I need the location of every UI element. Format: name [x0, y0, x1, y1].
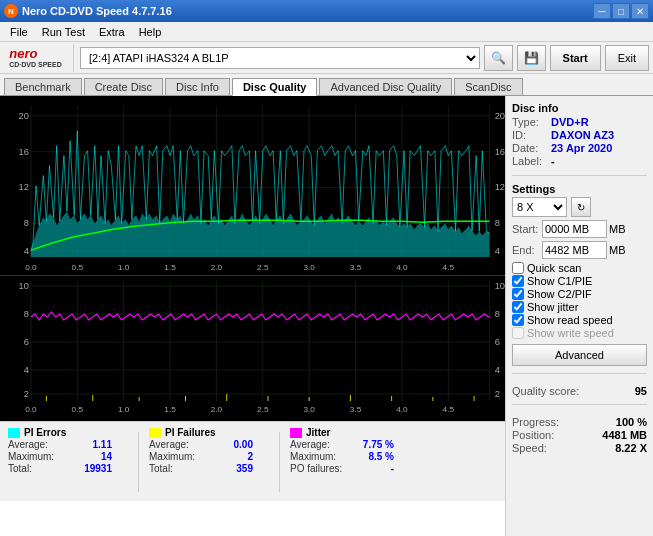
jitter-avg-value: 7.75 % — [363, 439, 394, 450]
disc-label-label: Label: — [512, 155, 547, 167]
svg-text:0.5: 0.5 — [72, 263, 84, 272]
progress-value: 100 % — [616, 416, 647, 428]
show-read-label: Show read speed — [527, 314, 613, 326]
save-button[interactable]: 💾 — [517, 45, 546, 71]
bottom-stats: PI Errors Average: 1.11 Maximum: 14 Tota… — [0, 421, 505, 501]
tab-scan-disc[interactable]: ScanDisc — [454, 78, 522, 95]
svg-text:4.0: 4.0 — [396, 405, 408, 414]
menu-help[interactable]: Help — [133, 24, 168, 40]
svg-text:1.5: 1.5 — [164, 405, 176, 414]
advanced-button[interactable]: Advanced — [512, 344, 647, 366]
svg-text:4: 4 — [495, 246, 500, 256]
svg-text:4.5: 4.5 — [443, 405, 455, 414]
show-c1pie-label: Show C1/PIE — [527, 275, 592, 287]
svg-text:2.5: 2.5 — [257, 263, 269, 272]
svg-text:8: 8 — [495, 309, 500, 319]
settings-title: Settings — [512, 183, 647, 195]
svg-text:4: 4 — [24, 365, 29, 375]
chart-bottom-svg: 10 8 6 4 2 10 8 6 4 2 — [0, 276, 505, 421]
menu-extra[interactable]: Extra — [93, 24, 131, 40]
divider-quality — [512, 373, 647, 374]
pi-errors-max-value: 14 — [101, 451, 112, 462]
progress-section: Progress: 100 % Position: 4481 MB Speed:… — [512, 416, 647, 455]
start-mb-input[interactable] — [542, 220, 607, 238]
close-button[interactable]: ✕ — [631, 3, 649, 19]
tab-benchmark[interactable]: Benchmark — [4, 78, 82, 95]
menu-bar: File Run Test Extra Help — [0, 22, 653, 42]
pi-errors-avg-value: 1.11 — [93, 439, 112, 450]
end-mb-input[interactable] — [542, 241, 607, 259]
refresh-speed-button[interactable]: ↻ — [571, 197, 591, 217]
jitter-stats: Jitter Average: 7.75 % Maximum: 8.5 % PO… — [290, 427, 410, 474]
svg-text:4: 4 — [24, 246, 29, 256]
svg-text:8: 8 — [24, 309, 29, 319]
svg-text:3.0: 3.0 — [303, 405, 315, 414]
nero-logo: nero CD·DVD SPEED — [4, 44, 74, 72]
divider-progress — [512, 404, 647, 405]
date-label: Date: — [512, 142, 547, 154]
svg-text:6: 6 — [24, 337, 29, 347]
show-read-checkbox[interactable] — [512, 314, 524, 326]
svg-text:10: 10 — [495, 281, 505, 291]
end-mb-unit: MB — [609, 244, 626, 256]
menu-file[interactable]: File — [4, 24, 34, 40]
svg-text:0.0: 0.0 — [25, 263, 37, 272]
right-panel: Disc info Type: DVD+R ID: DAXON AZ3 Date… — [505, 96, 653, 536]
main-content: 20 16 12 8 4 20 16 12 8 4 0.0 — [0, 96, 653, 536]
quality-score-label: Quality score: — [512, 385, 579, 397]
divider-settings — [512, 175, 647, 176]
divider1 — [138, 432, 139, 492]
title-bar: N Nero CD-DVD Speed 4.7.7.16 ─ □ ✕ — [0, 0, 653, 22]
svg-text:8: 8 — [24, 218, 29, 228]
svg-text:2.0: 2.0 — [211, 405, 223, 414]
title-bar-text: Nero CD-DVD Speed 4.7.7.16 — [22, 5, 172, 17]
pi-failures-color — [149, 428, 161, 438]
pi-failures-max-label: Maximum: — [149, 451, 195, 462]
show-c1pie-checkbox[interactable] — [512, 275, 524, 287]
refresh-button[interactable]: 🔍 — [484, 45, 513, 71]
menu-run-test[interactable]: Run Test — [36, 24, 91, 40]
tab-create-disc[interactable]: Create Disc — [84, 78, 163, 95]
pi-failures-stats: PI Failures Average: 0.00 Maximum: 2 Tot… — [149, 427, 269, 474]
speed-select[interactable]: 8 X — [512, 197, 567, 217]
drive-select[interactable]: [2:4] ATAPI iHAS324 A BL1P — [80, 47, 480, 69]
show-c2pif-label: Show C2/PIF — [527, 288, 592, 300]
start-button[interactable]: Start — [550, 45, 601, 71]
tabs: Benchmark Create Disc Disc Info Disc Qua… — [0, 74, 653, 96]
show-c2pif-checkbox[interactable] — [512, 288, 524, 300]
show-read-row: Show read speed — [512, 314, 647, 326]
disc-label-value: - — [551, 155, 555, 167]
start-mb-label: Start: — [512, 223, 542, 235]
speed-row: 8 X ↻ — [512, 197, 647, 217]
maximize-button[interactable]: □ — [612, 3, 630, 19]
minimize-button[interactable]: ─ — [593, 3, 611, 19]
disc-info-title: Disc info — [512, 102, 647, 114]
tab-advanced-disc-quality[interactable]: Advanced Disc Quality — [319, 78, 452, 95]
id-value: DAXON AZ3 — [551, 129, 614, 141]
svg-text:0.0: 0.0 — [25, 405, 37, 414]
start-mb-row: Start: MB — [512, 220, 647, 238]
quick-scan-checkbox[interactable] — [512, 262, 524, 274]
pi-failures-avg-label: Average: — [149, 439, 189, 450]
svg-text:3.5: 3.5 — [350, 405, 362, 414]
svg-text:12: 12 — [495, 183, 505, 193]
pi-errors-total-label: Total: — [8, 463, 32, 474]
show-write-checkbox[interactable] — [512, 327, 524, 339]
position-label: Position: — [512, 429, 554, 441]
pi-failures-max-value: 2 — [247, 451, 253, 462]
exit-button[interactable]: Exit — [605, 45, 649, 71]
jitter-max-label: Maximum: — [290, 451, 336, 462]
svg-text:20: 20 — [19, 111, 29, 121]
tab-disc-info[interactable]: Disc Info — [165, 78, 230, 95]
show-c2pif-row: Show C2/PIF — [512, 288, 647, 300]
tab-disc-quality[interactable]: Disc Quality — [232, 78, 318, 96]
show-jitter-checkbox[interactable] — [512, 301, 524, 313]
chart-area: 20 16 12 8 4 20 16 12 8 4 0.0 — [0, 96, 505, 536]
svg-text:2: 2 — [495, 389, 500, 399]
id-label: ID: — [512, 129, 547, 141]
chart-top-svg: 20 16 12 8 4 20 16 12 8 4 0.0 — [0, 96, 505, 275]
svg-text:16: 16 — [495, 147, 505, 157]
svg-text:1.0: 1.0 — [118, 405, 130, 414]
svg-text:1.0: 1.0 — [118, 263, 130, 272]
po-failures-label: PO failures: — [290, 463, 342, 474]
